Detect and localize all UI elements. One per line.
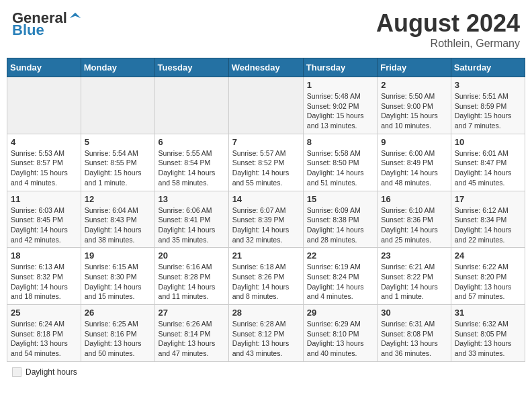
day-number: 23 — [381, 250, 447, 261]
day-info: Sunrise: 6:28 AM Sunset: 8:12 PM Dayligh… — [232, 319, 300, 359]
calendar-cell: 31Sunrise: 6:32 AM Sunset: 8:05 PM Dayli… — [451, 305, 525, 362]
calendar-cell: 13Sunrise: 6:06 AM Sunset: 8:41 PM Dayli… — [154, 191, 228, 248]
day-info: Sunrise: 6:16 AM Sunset: 8:28 PM Dayligh… — [159, 262, 225, 302]
day-number: 17 — [455, 194, 521, 204]
day-info: Sunrise: 6:07 AM Sunset: 8:39 PM Dayligh… — [232, 205, 300, 245]
day-info: Sunrise: 6:18 AM Sunset: 8:26 PM Dayligh… — [232, 262, 300, 302]
calendar-cell: 20Sunrise: 6:16 AM Sunset: 8:28 PM Dayli… — [154, 248, 228, 305]
calendar-cell: 16Sunrise: 6:10 AM Sunset: 8:36 PM Dayli… — [378, 191, 451, 248]
day-info: Sunrise: 6:03 AM Sunset: 8:45 PM Dayligh… — [11, 205, 77, 245]
calendar-cell: 17Sunrise: 6:12 AM Sunset: 8:34 PM Dayli… — [451, 191, 525, 248]
calendar-cell: 12Sunrise: 6:04 AM Sunset: 8:43 PM Dayli… — [81, 191, 154, 248]
day-number: 20 — [159, 250, 225, 261]
calendar-cell: 5Sunrise: 5:54 AM Sunset: 8:55 PM Daylig… — [81, 134, 154, 191]
day-number: 14 — [232, 194, 300, 204]
legend: Daylight hours — [12, 367, 77, 377]
day-number: 29 — [307, 308, 373, 318]
calendar-header-wednesday: Wednesday — [228, 58, 303, 77]
logo-blue-text: Blue — [12, 21, 44, 39]
day-number: 27 — [159, 308, 225, 318]
calendar-cell: 11Sunrise: 6:03 AM Sunset: 8:45 PM Dayli… — [7, 191, 81, 248]
logo: General Blue — [12, 9, 82, 39]
calendar-cell: 8Sunrise: 5:58 AM Sunset: 8:50 PM Daylig… — [303, 134, 377, 191]
day-number: 21 — [232, 250, 300, 261]
calendar-cell: 9Sunrise: 6:00 AM Sunset: 8:49 PM Daylig… — [378, 134, 451, 191]
day-number: 8 — [307, 137, 373, 147]
day-number: 19 — [85, 250, 151, 261]
calendar-cell: 4Sunrise: 5:53 AM Sunset: 8:57 PM Daylig… — [7, 134, 81, 191]
calendar-cell: 2Sunrise: 5:50 AM Sunset: 9:00 PM Daylig… — [378, 77, 451, 134]
calendar-cell: 7Sunrise: 5:57 AM Sunset: 8:52 PM Daylig… — [228, 134, 303, 191]
day-number: 22 — [307, 250, 373, 261]
calendar-cell: 25Sunrise: 6:24 AM Sunset: 8:18 PM Dayli… — [7, 305, 81, 362]
day-info: Sunrise: 5:53 AM Sunset: 8:57 PM Dayligh… — [11, 148, 77, 188]
day-number: 9 — [381, 137, 447, 147]
day-info: Sunrise: 5:58 AM Sunset: 8:50 PM Dayligh… — [307, 148, 373, 188]
day-info: Sunrise: 6:01 AM Sunset: 8:47 PM Dayligh… — [455, 148, 521, 188]
day-info: Sunrise: 6:25 AM Sunset: 8:16 PM Dayligh… — [85, 319, 151, 359]
page-container: General Blue August 2024 Rothlein, Germa… — [7, 7, 525, 377]
month-year: August 2024 — [376, 9, 520, 38]
calendar-cell: 30Sunrise: 6:31 AM Sunset: 8:08 PM Dayli… — [378, 305, 451, 362]
calendar-cell: 14Sunrise: 6:07 AM Sunset: 8:39 PM Dayli… — [228, 191, 303, 248]
day-info: Sunrise: 6:10 AM Sunset: 8:36 PM Dayligh… — [381, 205, 447, 245]
day-number: 5 — [85, 137, 151, 147]
day-info: Sunrise: 6:24 AM Sunset: 8:18 PM Dayligh… — [11, 319, 77, 359]
calendar-cell: 15Sunrise: 6:09 AM Sunset: 8:38 PM Dayli… — [303, 191, 377, 248]
day-number: 28 — [232, 308, 300, 318]
day-number: 24 — [455, 250, 521, 261]
day-info: Sunrise: 6:04 AM Sunset: 8:43 PM Dayligh… — [85, 205, 151, 245]
day-number: 12 — [85, 194, 151, 204]
title-block: August 2024 Rothlein, Germany — [376, 9, 520, 50]
calendar-week-3: 11Sunrise: 6:03 AM Sunset: 8:45 PM Dayli… — [7, 191, 525, 248]
day-number: 1 — [307, 80, 373, 90]
day-info: Sunrise: 5:54 AM Sunset: 8:55 PM Dayligh… — [85, 148, 151, 188]
day-info: Sunrise: 5:48 AM Sunset: 9:02 PM Dayligh… — [307, 91, 373, 131]
calendar-header-saturday: Saturday — [451, 58, 525, 77]
legend-label: Daylight hours — [26, 367, 77, 377]
legend-box — [12, 367, 21, 377]
day-info: Sunrise: 6:12 AM Sunset: 8:34 PM Dayligh… — [455, 205, 521, 245]
day-info: Sunrise: 6:13 AM Sunset: 8:32 PM Dayligh… — [11, 262, 77, 302]
day-number: 31 — [455, 308, 521, 318]
calendar-cell: 28Sunrise: 6:28 AM Sunset: 8:12 PM Dayli… — [228, 305, 303, 362]
calendar-cell: 26Sunrise: 6:25 AM Sunset: 8:16 PM Dayli… — [81, 305, 154, 362]
day-number: 11 — [11, 194, 77, 204]
day-info: Sunrise: 5:51 AM Sunset: 8:59 PM Dayligh… — [455, 91, 521, 131]
calendar-cell — [154, 77, 228, 134]
day-number: 2 — [381, 80, 447, 90]
day-info: Sunrise: 6:29 AM Sunset: 8:10 PM Dayligh… — [307, 319, 373, 359]
day-info: Sunrise: 6:31 AM Sunset: 8:08 PM Dayligh… — [381, 319, 447, 359]
calendar-cell: 21Sunrise: 6:18 AM Sunset: 8:26 PM Dayli… — [228, 248, 303, 305]
calendar-cell — [81, 77, 154, 134]
day-info: Sunrise: 6:09 AM Sunset: 8:38 PM Dayligh… — [307, 205, 373, 245]
footer: Daylight hours — [7, 367, 525, 377]
day-number: 18 — [11, 250, 77, 261]
calendar-cell: 10Sunrise: 6:01 AM Sunset: 8:47 PM Dayli… — [451, 134, 525, 191]
calendar-header-monday: Monday — [81, 58, 154, 77]
calendar-cell: 3Sunrise: 5:51 AM Sunset: 8:59 PM Daylig… — [451, 77, 525, 134]
calendar-table: SundayMondayTuesdayWednesdayThursdayFrid… — [7, 58, 525, 362]
calendar-cell: 23Sunrise: 6:21 AM Sunset: 8:22 PM Dayli… — [378, 248, 451, 305]
calendar-header-sunday: Sunday — [7, 58, 81, 77]
day-info: Sunrise: 6:22 AM Sunset: 8:20 PM Dayligh… — [455, 262, 521, 302]
calendar-cell — [7, 77, 81, 134]
calendar-header-friday: Friday — [378, 58, 451, 77]
calendar-cell: 27Sunrise: 6:26 AM Sunset: 8:14 PM Dayli… — [154, 305, 228, 362]
calendar-header-tuesday: Tuesday — [154, 58, 228, 77]
day-info: Sunrise: 6:21 AM Sunset: 8:22 PM Dayligh… — [381, 262, 447, 302]
calendar-cell: 19Sunrise: 6:15 AM Sunset: 8:30 PM Dayli… — [81, 248, 154, 305]
calendar-cell: 22Sunrise: 6:19 AM Sunset: 8:24 PM Dayli… — [303, 248, 377, 305]
header: General Blue August 2024 Rothlein, Germa… — [7, 7, 525, 52]
calendar-week-5: 25Sunrise: 6:24 AM Sunset: 8:18 PM Dayli… — [7, 305, 525, 362]
calendar-week-4: 18Sunrise: 6:13 AM Sunset: 8:32 PM Dayli… — [7, 248, 525, 305]
day-number: 16 — [381, 194, 447, 204]
day-info: Sunrise: 6:26 AM Sunset: 8:14 PM Dayligh… — [159, 319, 225, 359]
day-number: 13 — [159, 194, 225, 204]
day-number: 3 — [455, 80, 521, 90]
calendar-cell: 29Sunrise: 6:29 AM Sunset: 8:10 PM Dayli… — [303, 305, 377, 362]
day-info: Sunrise: 6:32 AM Sunset: 8:05 PM Dayligh… — [455, 319, 521, 359]
day-info: Sunrise: 6:15 AM Sunset: 8:30 PM Dayligh… — [85, 262, 151, 302]
calendar-cell: 24Sunrise: 6:22 AM Sunset: 8:20 PM Dayli… — [451, 248, 525, 305]
day-number: 6 — [159, 137, 225, 147]
